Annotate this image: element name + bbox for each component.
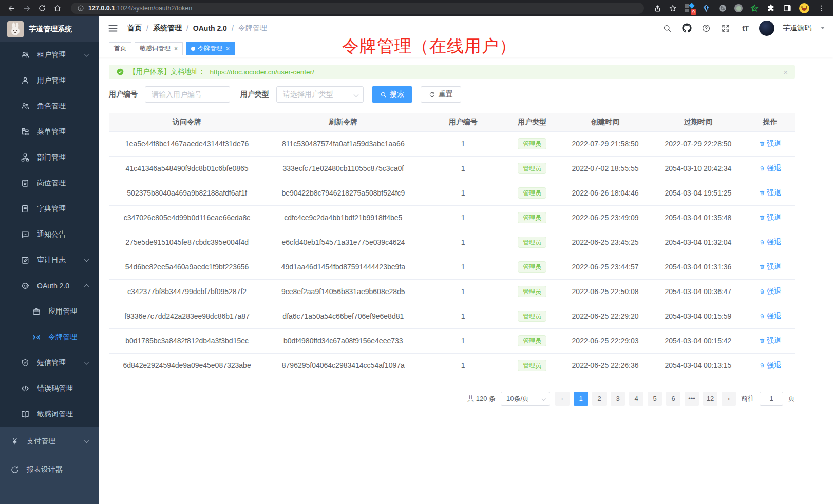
page-number-button[interactable]: 6: [666, 392, 680, 406]
sidebar-item[interactable]: 应用管理: [0, 299, 99, 324]
sidebar-item[interactable]: 字典管理: [0, 196, 99, 222]
sidebar-collapse-icon[interactable]: [107, 23, 118, 34]
page-number-button[interactable]: 1: [574, 392, 588, 406]
user-type-select[interactable]: 请选择用户类型: [276, 86, 364, 103]
page-number-button[interactable]: •••: [685, 392, 699, 406]
sidebar-item[interactable]: 部门管理: [0, 145, 99, 170]
sidebar-item[interactable]: 审计日志: [0, 247, 99, 273]
force-logout-button[interactable]: 强退: [759, 213, 781, 222]
page-number-button[interactable]: 2: [592, 392, 607, 406]
search-icon[interactable]: [661, 23, 673, 34]
action-cell: 强退: [745, 353, 795, 378]
profile-avatar[interactable]: [799, 3, 809, 13]
page-tab[interactable]: 令牌管理 ×: [186, 42, 235, 55]
sidebar-item-label: 支付管理: [27, 437, 55, 446]
star-extension-icon[interactable]: [750, 4, 759, 13]
extension-grid-icon[interactable]: 9: [685, 4, 694, 13]
user-id-label: 用户编号: [109, 90, 138, 99]
breadcrumb-system[interactable]: 系统管理: [153, 24, 182, 33]
sidebar-item-label: 审计日志: [37, 256, 66, 265]
sidebar-item[interactable]: 岗位管理: [0, 170, 99, 196]
force-logout-button[interactable]: 强退: [759, 164, 781, 173]
chevron-down-icon: [542, 396, 546, 400]
github-icon[interactable]: [681, 23, 692, 34]
goto-page-input[interactable]: [760, 392, 783, 406]
force-logout-button[interactable]: 强退: [759, 238, 781, 247]
browser-reload-button[interactable]: [36, 2, 48, 14]
sidebar-item[interactable]: 角色管理: [0, 93, 99, 119]
breadcrumb-separator: /: [186, 24, 188, 32]
help-icon[interactable]: [701, 23, 712, 34]
breadcrumb-separator: /: [146, 24, 148, 32]
sidebar-item-label: 部门管理: [37, 153, 66, 162]
address-bar[interactable]: 127.0.0.1:1024/system/oauth2/token: [71, 3, 644, 14]
page-number-button[interactable]: 3: [611, 392, 625, 406]
reset-button[interactable]: 重置: [421, 86, 461, 103]
browser-home-button[interactable]: [51, 2, 64, 14]
next-page-button[interactable]: ›: [722, 392, 736, 406]
site-info-icon[interactable]: [77, 5, 84, 12]
user-id-cell: 1: [421, 156, 505, 181]
search-form: 用户编号 用户类型 请选择用户类型 搜索 重置: [109, 86, 795, 103]
breadcrumb-oauth[interactable]: OAuth 2.0: [193, 24, 227, 32]
fullscreen-icon[interactable]: [720, 23, 731, 34]
user-type-label: 用户类型: [240, 90, 269, 99]
force-logout-label: 强退: [767, 312, 781, 321]
chevron-down-icon: [354, 92, 359, 98]
app-logo[interactable]: 芋道管理系统: [0, 16, 99, 42]
search-button[interactable]: 搜索: [372, 86, 412, 103]
caret-down-icon[interactable]: [821, 27, 825, 29]
user-avatar[interactable]: [759, 21, 774, 36]
page-number-button[interactable]: 5: [648, 392, 662, 406]
browser-menu-icon[interactable]: [816, 2, 828, 14]
prev-page-button[interactable]: ‹: [555, 392, 570, 406]
close-icon[interactable]: ×: [226, 46, 230, 52]
puzzle-extensions-icon[interactable]: [766, 4, 775, 13]
bookmark-star-icon[interactable]: [667, 2, 679, 14]
sidebar-item[interactable]: 错误码管理: [0, 376, 99, 401]
sidebar-item[interactable]: 通知公告: [0, 222, 99, 247]
sidebar-item[interactable]: 支付管理: [0, 427, 99, 455]
browser-back-button[interactable]: [5, 2, 17, 14]
page-size-select[interactable]: 10条/页: [501, 392, 550, 406]
url-host: 127.0.0.1: [88, 5, 115, 12]
user-id-input[interactable]: [145, 86, 230, 103]
sidebar-item[interactable]: 租户管理: [0, 42, 99, 68]
page-tab[interactable]: 敏感词管理 ×: [135, 42, 183, 55]
browser-forward-button[interactable]: [21, 2, 33, 14]
refresh-token-cell: 8796295f04064c2983414cc54af1097a: [265, 353, 421, 378]
sidebar-item[interactable]: 短信管理: [0, 350, 99, 376]
expire-time-cell: 2054-03-04 00:15:59: [651, 304, 746, 328]
breadcrumb-home[interactable]: 首页: [127, 24, 142, 33]
page-number-button[interactable]: 4: [629, 392, 643, 406]
page-tab[interactable]: 首页 ×: [109, 42, 131, 55]
recorder-extension-icon[interactable]: [734, 4, 743, 12]
sidebar-item[interactable]: 报表设计器: [0, 455, 99, 483]
force-logout-button[interactable]: 强退: [759, 287, 781, 296]
force-logout-button[interactable]: 强退: [759, 139, 781, 148]
force-logout-button[interactable]: 强退: [759, 188, 781, 198]
force-logout-button[interactable]: 强退: [759, 336, 781, 345]
page-number-button[interactable]: 12: [703, 392, 717, 406]
gem-extension-icon[interactable]: [702, 4, 711, 13]
username[interactable]: 芋道源码: [783, 24, 811, 33]
force-logout-button[interactable]: 强退: [759, 262, 781, 272]
force-logout-button[interactable]: 强退: [759, 361, 781, 370]
font-size-icon[interactable]: tT: [740, 23, 751, 34]
side-panel-icon[interactable]: [783, 4, 792, 13]
sidebar-item[interactable]: 菜单管理: [0, 119, 99, 145]
share-icon[interactable]: [651, 2, 664, 14]
sidebar-item[interactable]: 用户管理: [0, 68, 99, 93]
force-logout-button[interactable]: 强退: [759, 312, 781, 321]
refresh-icon: [429, 91, 436, 98]
close-icon[interactable]: ×: [174, 46, 178, 52]
alert-close-icon[interactable]: ×: [783, 68, 788, 76]
page-tab-label: 令牌管理: [198, 44, 222, 53]
sidebar-item[interactable]: OAuth 2.0: [0, 273, 99, 299]
settings-extension-icon[interactable]: [718, 4, 727, 13]
sidebar-item-icon: [21, 204, 30, 214]
sidebar-item[interactable]: 敏感词管理: [0, 401, 99, 427]
user-id-cell: 1: [421, 181, 505, 205]
alert-doc-link[interactable]: https://doc.iocoder.cn/user-center/: [210, 68, 314, 76]
sidebar-item[interactable]: 令牌管理: [0, 324, 99, 350]
